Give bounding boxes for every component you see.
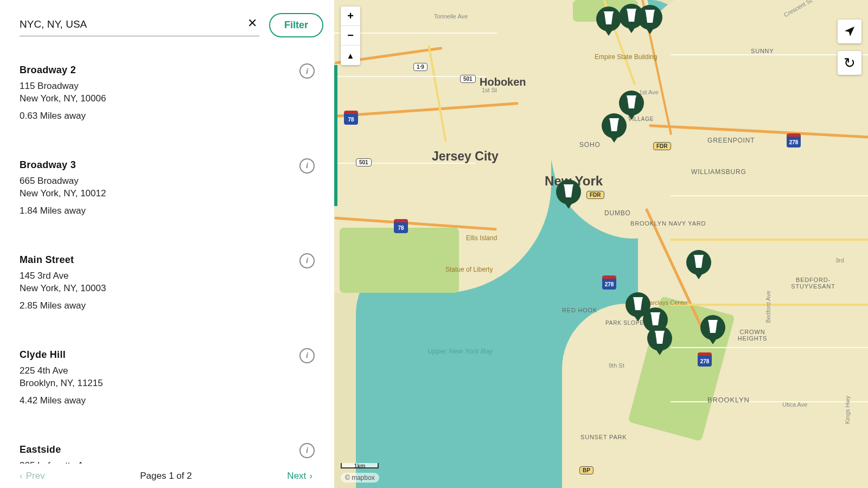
cup-icon — [706, 319, 719, 336]
label-navy-yard: BROOKLYN NAVY YARD — [630, 220, 706, 227]
shield-501: 501 — [460, 75, 476, 83]
store-marker[interactable] — [556, 179, 581, 204]
store-marker[interactable] — [619, 91, 644, 115]
label-bedford: Bedford Ave — [765, 291, 771, 323]
label-soho: SOHO — [579, 141, 601, 149]
compass-reset-button[interactable]: ▲ — [341, 46, 360, 65]
refresh-map-button[interactable]: ↻ — [838, 51, 861, 75]
cup-icon — [653, 330, 666, 347]
result-name: Broadway 3 — [20, 159, 312, 171]
result-item[interactable]: Main Street145 3rd AveNew York, NY, 1000… — [20, 238, 334, 333]
label-empire: Empire State Building — [595, 53, 657, 61]
result-info-button[interactable]: i — [299, 158, 315, 174]
shield-fdr: FDR — [586, 191, 604, 199]
label-greenpoint: GREENPOINT — [707, 137, 755, 144]
plus-icon: + — [347, 10, 354, 22]
result-distance: 1.84 Miles away — [20, 206, 312, 216]
result-distance: 2.85 Miles away — [20, 300, 312, 311]
label-bay: Upper New York Bay — [427, 347, 493, 355]
locate-me-button[interactable] — [838, 20, 861, 43]
store-marker[interactable] — [686, 250, 711, 275]
location-search-input[interactable] — [20, 14, 259, 36]
cup-icon — [692, 254, 705, 271]
label-brooklyn: BROOKLYN — [707, 396, 750, 404]
pagination: ‹ Prev Pages 1 of 2 Next › — [0, 464, 334, 488]
result-address: 225 4th AveBrooklyn, NY, 11215 — [20, 365, 312, 390]
label-dumbo: DUMBO — [604, 209, 631, 217]
info-icon: i — [306, 161, 308, 170]
store-marker[interactable] — [637, 5, 662, 30]
zoom-control: + − ▲ — [341, 7, 360, 65]
result-info-button[interactable]: i — [299, 253, 315, 268]
label-1st-st: 1st St — [482, 87, 497, 93]
label-9th-st: 9th St — [609, 362, 624, 369]
next-page-button[interactable]: Next › — [287, 471, 312, 481]
next-label: Next — [287, 471, 306, 481]
result-item[interactable]: Clyde Hill225 4th AveBrooklyn, NY, 11215… — [20, 333, 334, 428]
cup-icon — [625, 94, 638, 112]
info-icon: i — [306, 256, 308, 265]
prev-label: Prev — [26, 471, 45, 481]
filter-button[interactable]: Filter — [269, 13, 323, 37]
results-sidebar: ✕ Filter Broadway 2115 BroadwayNew York,… — [0, 0, 334, 488]
store-marker[interactable] — [647, 326, 672, 351]
prev-page-button[interactable]: ‹ Prev — [20, 471, 45, 481]
cup-icon — [643, 9, 656, 26]
cup-icon — [562, 183, 575, 201]
result-item[interactable]: Eastside325 Lafayette AveBrooklyn, NY, 1… — [20, 428, 334, 464]
atlantic-ave — [671, 239, 868, 241]
label-tonnelle: Tonnelle Ave — [434, 13, 468, 20]
zoom-out-button[interactable]: − — [341, 26, 360, 46]
info-icon: i — [306, 67, 308, 75]
chevron-right-icon: › — [309, 471, 312, 481]
chevron-left-icon: ‹ — [20, 471, 23, 481]
result-item[interactable]: Broadway 2115 BroadwayNew York, NY, 1000… — [20, 48, 334, 143]
cup-icon — [631, 296, 644, 313]
label-liberty: Statue of Liberty — [445, 266, 493, 273]
result-info-button[interactable]: i — [299, 443, 315, 458]
shield-i78b: 78 — [394, 219, 408, 233]
result-name: Main Street — [20, 254, 312, 266]
result-info-button[interactable]: i — [299, 348, 315, 363]
result-address: 115 BroadwayNew York, NY, 10006 — [20, 80, 312, 105]
map-canvas[interactable]: 1·9 501 501 78 78 278 278 278 FDR FDR BP… — [334, 0, 868, 488]
zoom-in-button[interactable]: + — [341, 7, 360, 26]
close-icon: ✕ — [247, 16, 257, 30]
store-marker[interactable] — [602, 113, 627, 138]
shield-i278b: 278 — [602, 275, 616, 290]
shield-bp: BP — [579, 466, 593, 474]
shield-501b: 501 — [356, 158, 372, 166]
shield-1-9: 1·9 — [413, 63, 427, 71]
result-distance: 0.63 Miles away — [20, 111, 312, 121]
result-address: 325 Lafayette AveBrooklyn, NY, 11238 — [20, 460, 312, 464]
label-sunset: SUNSET PARK — [580, 434, 627, 440]
result-distance: 4.42 Miles away — [20, 395, 312, 406]
label-bedstuy: BEDFORD-STUYVESANT — [789, 277, 838, 290]
label-kings: Kings Hwy — [844, 396, 851, 424]
map-attribution: © mapbox — [341, 473, 379, 483]
store-marker[interactable] — [700, 315, 725, 340]
cup-icon — [608, 117, 621, 134]
location-arrow-icon — [843, 25, 856, 38]
label-sunny: SUNNY — [751, 48, 774, 54]
clear-search-button[interactable]: ✕ — [247, 17, 257, 29]
cup-icon — [625, 8, 638, 25]
store-marker[interactable] — [596, 7, 621, 31]
page-indicator: Pages 1 of 2 — [140, 471, 192, 481]
search-row: ✕ Filter — [0, 13, 334, 48]
scale-bar: 1km — [341, 463, 379, 468]
label-ellis: Ellis Island — [466, 234, 497, 242]
info-icon: i — [306, 446, 308, 454]
label-jersey-city: Jersey City — [432, 149, 499, 164]
label-williamsburg: WILLIAMSBURG — [691, 168, 746, 176]
label-crown: CROWN HEIGHTS — [733, 329, 771, 342]
cup-icon — [602, 10, 615, 28]
label-barclays: Barclays Center — [646, 299, 688, 306]
label-1st-ave: 1st Ave — [639, 89, 659, 95]
label-red-hook: RED HOOK — [562, 307, 597, 313]
label-utica: Utica Ave — [782, 401, 807, 408]
result-item[interactable]: Broadway 3665 BroadwayNew York, NY, 1001… — [20, 143, 334, 238]
result-info-button[interactable]: i — [299, 63, 315, 79]
results-list: Broadway 2115 BroadwayNew York, NY, 1000… — [0, 48, 334, 464]
minus-icon: − — [347, 29, 354, 42]
